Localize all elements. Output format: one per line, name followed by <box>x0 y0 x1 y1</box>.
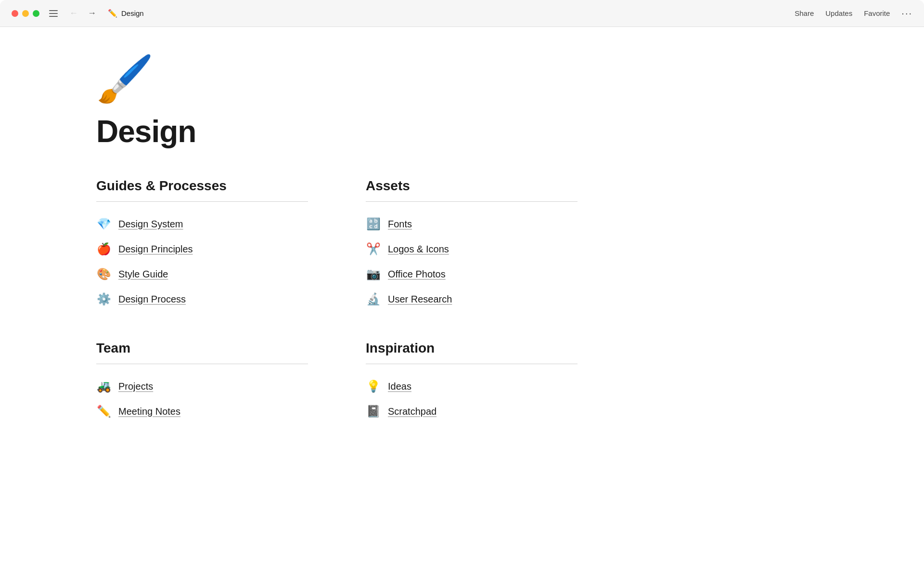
fullscreen-button[interactable] <box>33 10 39 17</box>
section-divider-assets <box>366 201 578 202</box>
nav-buttons: ← → <box>67 7 98 19</box>
item-label-design-principles: Design Principles <box>118 244 193 255</box>
list-item-office-photos[interactable]: 📷Office Photos <box>366 262 578 287</box>
item-icon-design-system: 💎 <box>96 217 112 231</box>
sidebar-toggle-button[interactable] <box>49 10 58 17</box>
item-icon-logos--icons: ✂️ <box>366 242 381 256</box>
item-icon-ideas: 💡 <box>366 380 381 393</box>
list-item-design-system[interactable]: 💎Design System <box>96 211 308 236</box>
item-label-user-research: User Research <box>388 294 452 305</box>
item-label-style-guide: Style Guide <box>118 269 168 280</box>
item-label-logos--icons: Logos & Icons <box>388 244 449 255</box>
item-label-office-photos: Office Photos <box>388 269 446 280</box>
section-title-assets: Assets <box>366 178 578 194</box>
page-title-icon: ✏️ <box>108 9 117 18</box>
section-items-assets: 🔡Fonts✂️Logos & Icons📷Office Photos🔬User… <box>366 211 578 312</box>
item-label-design-system: Design System <box>118 219 183 230</box>
item-icon-projects: 🚜 <box>96 380 112 393</box>
item-icon-scratchpad: 📓 <box>366 405 381 418</box>
section-divider-team <box>96 364 308 364</box>
page-heading: Design <box>96 114 578 149</box>
more-button[interactable]: ··· <box>901 8 912 19</box>
section-assets: Assets🔡Fonts✂️Logos & Icons📷Office Photo… <box>366 178 578 312</box>
list-item-projects[interactable]: 🚜Projects <box>96 374 308 399</box>
list-item-user-research[interactable]: 🔬User Research <box>366 287 578 312</box>
list-item-scratchpad[interactable]: 📓Scratchpad <box>366 399 578 424</box>
section-items-team: 🚜Projects✏️Meeting Notes <box>96 374 308 424</box>
close-button[interactable] <box>12 10 18 17</box>
section-title-inspiration: Inspiration <box>366 341 578 356</box>
item-label-design-process: Design Process <box>118 294 186 305</box>
item-icon-design-principles: 🍎 <box>96 242 112 256</box>
section-items-guides-processes: 💎Design System🍎Design Principles🎨Style G… <box>96 211 308 312</box>
page-icon: 🖌️ <box>96 56 578 102</box>
list-item-fonts[interactable]: 🔡Fonts <box>366 211 578 236</box>
traffic-lights <box>12 10 39 17</box>
section-divider-guides-processes <box>96 201 308 202</box>
section-title-guides-processes: Guides & Processes <box>96 178 308 194</box>
section-inspiration: Inspiration💡Ideas📓Scratchpad <box>366 341 578 424</box>
list-item-meeting-notes[interactable]: ✏️Meeting Notes <box>96 399 308 424</box>
item-icon-office-photos: 📷 <box>366 267 381 281</box>
section-items-inspiration: 💡Ideas📓Scratchpad <box>366 374 578 424</box>
item-label-scratchpad: Scratchpad <box>388 406 436 417</box>
back-button[interactable]: ← <box>67 7 80 19</box>
list-item-ideas[interactable]: 💡Ideas <box>366 374 578 399</box>
forward-button[interactable]: → <box>86 7 98 19</box>
item-label-meeting-notes: Meeting Notes <box>118 406 180 417</box>
minimize-button[interactable] <box>22 10 29 17</box>
list-item-design-principles[interactable]: 🍎Design Principles <box>96 236 308 262</box>
favorite-button[interactable]: Favorite <box>864 9 890 17</box>
list-item-style-guide[interactable]: 🎨Style Guide <box>96 262 308 287</box>
section-title-team: Team <box>96 341 308 356</box>
list-item-logos--icons[interactable]: ✂️Logos & Icons <box>366 236 578 262</box>
section-divider-inspiration <box>366 364 578 364</box>
share-button[interactable]: Share <box>795 9 814 17</box>
updates-button[interactable]: Updates <box>825 9 852 17</box>
titlebar-actions: Share Updates Favorite ··· <box>795 8 912 19</box>
list-item-design-process[interactable]: ⚙️Design Process <box>96 287 308 312</box>
section-team: Team🚜Projects✏️Meeting Notes <box>96 341 308 424</box>
page-title-text: Design <box>121 9 144 17</box>
titlebar: ← → ✏️ Design Share Updates Favorite ··· <box>0 0 924 27</box>
item-label-fonts: Fonts <box>388 219 412 230</box>
main-content: 🖌️ Design Guides & Processes💎Design Syst… <box>0 27 674 453</box>
page-title-bar: ✏️ Design <box>108 9 144 18</box>
item-icon-user-research: 🔬 <box>366 292 381 306</box>
item-label-projects: Projects <box>118 381 153 392</box>
item-icon-meeting-notes: ✏️ <box>96 405 112 418</box>
item-icon-style-guide: 🎨 <box>96 267 112 281</box>
section-guides-processes: Guides & Processes💎Design System🍎Design … <box>96 178 308 312</box>
item-icon-design-process: ⚙️ <box>96 292 112 306</box>
sections-grid: Guides & Processes💎Design System🍎Design … <box>96 178 578 424</box>
window: ← → ✏️ Design Share Updates Favorite ···… <box>0 0 924 578</box>
item-label-ideas: Ideas <box>388 381 411 392</box>
item-icon-fonts: 🔡 <box>366 217 381 231</box>
